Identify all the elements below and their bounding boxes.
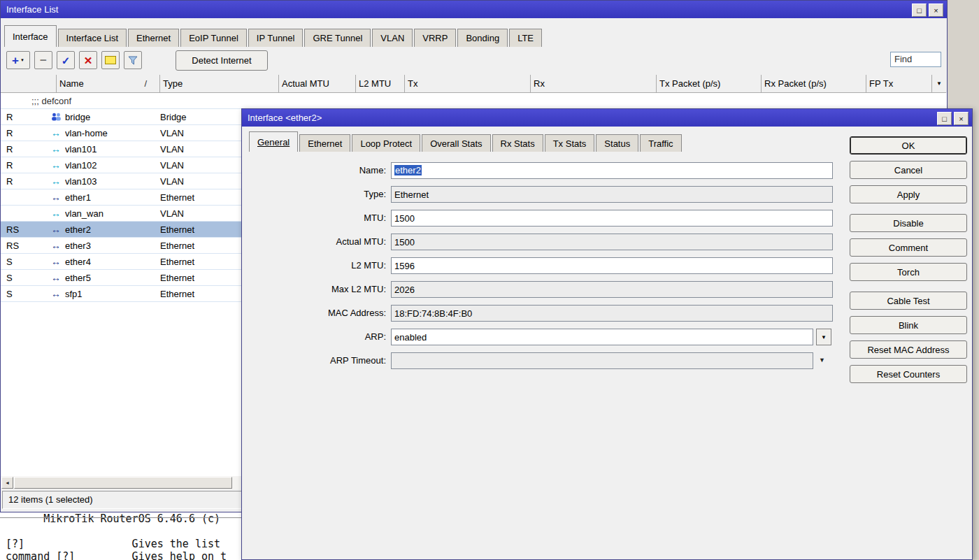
l2-mtu-input[interactable] [391, 257, 833, 274]
find-input[interactable]: Find [890, 52, 941, 67]
arp-dropdown-button[interactable]: ▼ [816, 329, 831, 345]
maximize-button[interactable]: □ [912, 3, 927, 17]
arp-timeout-dropdown-arrow[interactable]: ▼ [819, 357, 825, 364]
dialog-tab-traffic[interactable]: Traffic [640, 134, 681, 152]
mtu-input[interactable] [391, 210, 833, 227]
dialog-tab-tx-stats[interactable]: Tx Stats [545, 134, 595, 152]
field-label-actual-mtu: Actual MTU: [248, 234, 386, 250]
dialog-tab-loop-protect[interactable]: Loop Protect [352, 134, 420, 152]
comment-icon [105, 56, 116, 64]
header-cell-l2-mtu[interactable]: L2 MTU [356, 75, 405, 93]
comment-button[interactable] [101, 51, 120, 69]
enable-button[interactable]: ✓ [57, 51, 75, 69]
scroll-thumb[interactable] [14, 477, 232, 489]
row-flags: R [1, 128, 51, 138]
header-cell-rx[interactable]: Rx [531, 75, 657, 93]
row-flags: S [1, 289, 51, 299]
terminal-text: MikroTik RouterOS 6.46.6 (c) [?] Gives t… [0, 512, 241, 560]
header-cell-tx-packet-p-s[interactable]: Tx Packet (p/s) [657, 75, 762, 93]
remove-button[interactable]: − [34, 51, 52, 69]
ethernet-icon: ↔ [51, 273, 65, 282]
header-cell-fp-tx[interactable]: FP Tx [866, 75, 932, 93]
main-tab-bonding[interactable]: Bonding [457, 29, 508, 47]
main-tab-interface[interactable]: Interface [4, 25, 57, 47]
filter-button[interactable] [124, 51, 142, 69]
dialog-titlebar[interactable]: Interface <ether2> □ × [242, 109, 972, 127]
row-flags: R [1, 112, 51, 122]
field-label-mac-address: MAC Address: [248, 305, 386, 322]
field-label-type: Type: [248, 186, 386, 203]
scroll-left-button[interactable]: ◄ [1, 477, 13, 489]
dialog-maximize-button[interactable]: □ [937, 112, 952, 125]
main-titlebar[interactable]: Interface List □ × [1, 1, 947, 18]
main-tab-ethernet[interactable]: Ethernet [128, 29, 179, 47]
header-cell-flags[interactable] [1, 75, 57, 93]
cable-test-button[interactable]: Cable Test [850, 292, 967, 310]
header-label: Tx Packet (p/s) [659, 78, 720, 89]
chevron-down-icon: ▼ [936, 80, 942, 87]
header-cell-rx-packet-p-s[interactable]: Rx Packet (p/s) [762, 75, 866, 93]
disable-button[interactable]: ✕ [79, 51, 97, 69]
interface-dialog: Interface <ether2> □ × GeneralEthernetLo… [241, 108, 973, 560]
torch-button[interactable]: Torch [850, 263, 967, 281]
row-type: Ethernet [156, 273, 194, 283]
x-icon: ✕ [84, 55, 93, 66]
row-name: bridge [65, 112, 156, 122]
dialog-close-button[interactable]: × [954, 112, 969, 125]
status-text: 12 items (1 selected) [8, 494, 93, 505]
chevron-down-icon: ▼ [819, 357, 825, 364]
column-menu-button[interactable]: ▼ [932, 75, 946, 93]
cancel-button[interactable]: Cancel [850, 161, 967, 179]
check-icon: ✓ [62, 55, 71, 66]
arp-input[interactable] [391, 329, 813, 345]
vlan-icon: ↔ [51, 144, 65, 154]
ethernet-icon: ↔ [51, 289, 65, 299]
main-tab-interface-list[interactable]: Interface List [58, 29, 127, 47]
ethernet-icon: ↔ [51, 240, 65, 250]
mac-address-input[interactable] [391, 305, 833, 322]
row-name: vlan102 [65, 160, 156, 171]
type-input[interactable] [391, 186, 833, 203]
row-type: Ethernet [156, 257, 194, 267]
field-label-name: Name: [248, 162, 386, 179]
table-header: Name/TypeActual MTUL2 MTUTxRxTx Packet (… [1, 75, 946, 93]
detect-internet-button[interactable]: Detect Internet [176, 50, 268, 71]
main-tab-eoip-tunnel[interactable]: EoIP Tunnel [180, 29, 247, 47]
comment-button[interactable]: Comment [850, 238, 967, 257]
restore-icon: □ [942, 115, 947, 123]
main-tab-ip-tunnel[interactable]: IP Tunnel [248, 29, 303, 47]
header-cell-actual-mtu[interactable]: Actual MTU [279, 75, 356, 93]
reset-mac-address-button[interactable]: Reset MAC Address [850, 340, 967, 359]
header-cell-type[interactable]: Type [160, 75, 279, 93]
dialog-tab-ethernet[interactable]: Ethernet [299, 134, 350, 152]
dialog-tab-overall-stats[interactable]: Overall Stats [422, 134, 490, 152]
comment-row[interactable]: ;;; defconf [1, 93, 947, 109]
header-cell-name[interactable]: Name/ [57, 75, 160, 93]
max-l2-mtu-input[interactable] [391, 281, 833, 298]
vlan-icon: ↔ [51, 176, 65, 186]
arp-timeout-input[interactable] [391, 352, 813, 369]
main-tab-vrrp[interactable]: VRRP [414, 29, 456, 47]
add-button[interactable]: +▼ [6, 51, 30, 69]
disable-button[interactable]: Disable [850, 214, 967, 232]
main-tab-gre-tunnel[interactable]: GRE Tunnel [304, 29, 371, 47]
main-tab-strip: InterfaceInterface ListEthernetEoIP Tunn… [1, 20, 947, 47]
ok-button[interactable]: OK [850, 136, 967, 155]
row-name: ether3 [65, 240, 156, 251]
close-button[interactable]: × [929, 3, 943, 17]
blink-button[interactable]: Blink [850, 316, 967, 334]
row-flags: S [1, 273, 51, 283]
main-tab-vlan[interactable]: VLAN [372, 29, 413, 47]
dialog-tab-rx-stats[interactable]: Rx Stats [492, 134, 543, 152]
reset-counters-button[interactable]: Reset Counters [850, 365, 967, 383]
funnel-icon [128, 56, 138, 65]
dialog-tab-status[interactable]: Status [596, 134, 638, 152]
header-cell-tx[interactable]: Tx [405, 75, 531, 93]
actual-mtu-input[interactable] [391, 234, 833, 250]
dialog-tab-general[interactable]: General [249, 131, 298, 152]
apply-button[interactable]: Apply [850, 185, 967, 203]
main-tab-lte[interactable]: LTE [509, 29, 542, 47]
arrow-left-icon: ◄ [5, 480, 10, 485]
header-label: Name [59, 78, 84, 89]
name-input[interactable]: ether2 [391, 162, 833, 179]
